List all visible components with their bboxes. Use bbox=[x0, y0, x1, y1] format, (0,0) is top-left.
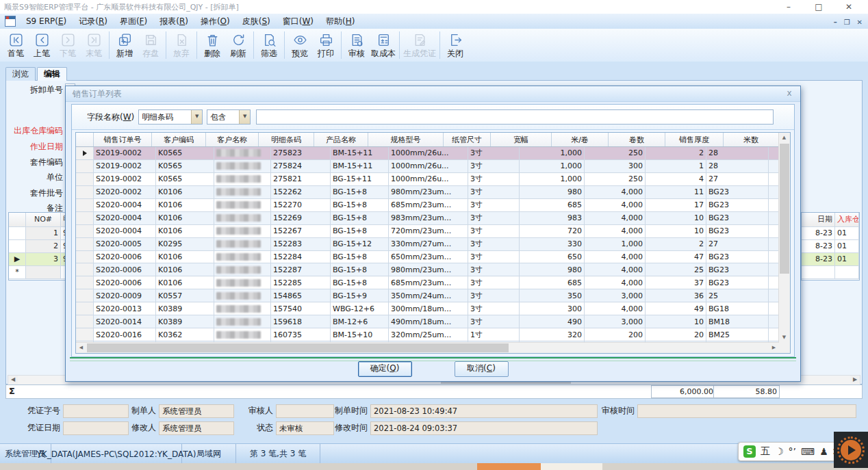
cell: 25 bbox=[706, 289, 769, 302]
cell: 4,000 bbox=[585, 276, 646, 289]
table-row[interactable]: S2019-0002K0565275824BM-15+111000mm/26u.… bbox=[76, 160, 779, 173]
column-header-selector[interactable] bbox=[76, 133, 94, 146]
toolbar-button-末笔[interactable]: 末笔 bbox=[81, 32, 107, 58]
toolbar-button-上笔[interactable]: 上笔 bbox=[29, 32, 55, 58]
menu-item-1[interactable]: S9 ERP(E) bbox=[20, 16, 73, 26]
chevron-down-icon[interactable]: ▼ bbox=[191, 110, 202, 124]
filter-query-input[interactable] bbox=[256, 109, 774, 125]
overlay-app-tile[interactable] bbox=[834, 432, 868, 468]
grid-horizontal-scrollbar[interactable]: ◀ ▶ bbox=[76, 342, 779, 353]
table-row[interactable]: S2020-0005K0295152283BG-15+12330mm/27um.… bbox=[76, 238, 779, 251]
cell: 4,000 bbox=[585, 225, 646, 237]
table-row[interactable]: S2020-0013K0389157540WBG-12+6300mm/18um.… bbox=[76, 302, 779, 315]
column-header-产品名称[interactable]: 产品名称 bbox=[314, 133, 368, 146]
table-row[interactable]: S2020-0016K0362160735BM-15+10320mm/25um.… bbox=[76, 328, 779, 341]
table-row[interactable]: S2020-0009K0557154865BG-15+9350mm/24um..… bbox=[76, 289, 779, 302]
scroll-up-icon[interactable]: ▲ bbox=[779, 133, 789, 143]
chevron-down-icon[interactable]: ▼ bbox=[239, 110, 250, 124]
skin-person-icon[interactable]: ♟ bbox=[819, 446, 828, 457]
punctuation-mode-icon[interactable]: °’ bbox=[789, 446, 796, 457]
table-row[interactable]: S2019-0002K0565275823BM-15+111000mm/26u.… bbox=[76, 147, 779, 160]
table-row[interactable]: 8-2301 bbox=[802, 253, 859, 266]
fullwidth-moon-icon[interactable]: ☽ bbox=[775, 446, 784, 457]
column-header-米数[interactable]: 米数 bbox=[724, 133, 779, 146]
menu-item-6[interactable]: 皮肤(S) bbox=[236, 16, 277, 26]
table-row[interactable]: S2020-0002K0106152262BG-15+8980mm/23um..… bbox=[76, 186, 779, 199]
column-header-客户名称[interactable]: 客户名称 bbox=[206, 133, 259, 146]
scroll-right-icon[interactable]: ▶ bbox=[850, 376, 860, 384]
grid-hscroll-thumb[interactable] bbox=[87, 343, 509, 352]
scroll-down-icon[interactable]: ▼ bbox=[779, 332, 789, 343]
wubi-mode-icon[interactable]: 五 bbox=[761, 445, 770, 458]
mdi-restore-icon[interactable]: ❐ bbox=[844, 18, 850, 26]
toolbar-button-放弃[interactable]: 放弃 bbox=[168, 32, 194, 58]
menu-item-8[interactable]: 帮助(H) bbox=[320, 16, 361, 26]
taskbar-item-orange[interactable] bbox=[477, 463, 541, 470]
table-row[interactable]: 8-2301 bbox=[802, 240, 859, 253]
column-header-销售订单号[interactable]: 销售订单号 bbox=[94, 133, 152, 146]
table-row[interactable]: 8-2301 bbox=[802, 227, 859, 240]
menu-item-3[interactable]: 界面(F) bbox=[114, 16, 153, 26]
taskbar-item-light[interactable] bbox=[541, 463, 602, 470]
toolbar-button-关闭[interactable]: 关闭 bbox=[442, 32, 468, 58]
column-header-纸管尺寸[interactable]: 纸管尺寸 bbox=[444, 133, 491, 146]
ok-button[interactable]: 确定(Q) bbox=[358, 361, 412, 377]
toolbar-button-筛选[interactable]: 筛选 bbox=[256, 32, 282, 58]
toolbar-button-生成凭证[interactable]: 生成凭证 bbox=[402, 32, 437, 58]
tab-浏览[interactable]: 浏览 bbox=[5, 67, 36, 81]
close-icon[interactable]: ✕ bbox=[834, 0, 864, 14]
field-label-凭证日期: 凭证日期 bbox=[5, 421, 60, 434]
column-header-米/卷[interactable]: 米/卷 bbox=[552, 133, 609, 146]
column-header-销售厚度[interactable]: 销售厚度 bbox=[665, 133, 724, 146]
column-header-规格型号[interactable]: 规格型号 bbox=[368, 133, 444, 146]
filter-operator-select[interactable]: 包含 ▼ bbox=[207, 109, 251, 125]
table-row[interactable]: S2020-0006K0106152284BG-15+8650mm/23um..… bbox=[76, 251, 779, 264]
cell: 3寸 bbox=[468, 147, 520, 159]
cell: 275824 bbox=[271, 160, 331, 172]
table-row[interactable]: S2020-0004K0106152270BG-15+8685mm/23um..… bbox=[76, 199, 779, 212]
menu-item-5[interactable]: 操作(O) bbox=[194, 16, 236, 26]
toolbar-button-删除[interactable]: 删除 bbox=[199, 32, 225, 58]
filter-field-select[interactable]: 明细条码 ▼ bbox=[138, 109, 203, 125]
table-row[interactable]: S2020-0006K0106152285BG-15+8685mm/23um..… bbox=[76, 276, 779, 289]
toolbar-button-首笔[interactable]: 首笔 bbox=[3, 32, 29, 58]
mdi-minimize-icon[interactable]: – bbox=[834, 18, 837, 26]
filter-field-value: 明细条码 bbox=[139, 112, 191, 122]
table-row[interactable]: S2020-0004K0106152267BG-15+8720mm/23um..… bbox=[76, 225, 779, 238]
table-row[interactable]: S2019-0002K0565275821BG-15+111000mm/26u.… bbox=[76, 173, 779, 186]
table-row[interactable]: S2020-0004K0106152269BG-15+8983mm/23um..… bbox=[76, 212, 779, 225]
scroll-right-icon[interactable]: ▶ bbox=[769, 343, 779, 352]
sogou-logo-icon[interactable]: S bbox=[743, 445, 756, 458]
mdi-close-icon[interactable]: ✕ bbox=[857, 18, 863, 26]
toolbar-button-预览[interactable]: 预览 bbox=[287, 32, 313, 58]
toolbar-button-存盘[interactable]: 存盘 bbox=[138, 32, 164, 58]
grid-vscroll-thumb[interactable] bbox=[780, 144, 789, 274]
menu-item-2[interactable]: 记录(R) bbox=[73, 16, 114, 26]
table-row[interactable] bbox=[802, 266, 859, 279]
menu-item-7[interactable]: 窗口(W) bbox=[277, 16, 320, 26]
scroll-left-icon[interactable]: ◀ bbox=[76, 343, 86, 352]
column-header-客户编码[interactable]: 客户编码 bbox=[152, 133, 206, 146]
column-header-卷数[interactable]: 卷数 bbox=[609, 133, 665, 146]
field-label: 出库仓库编码 bbox=[8, 125, 63, 137]
column-header-明细条码[interactable]: 明细条码 bbox=[259, 133, 314, 146]
menu-item-4[interactable]: 报表(R) bbox=[153, 16, 194, 26]
tab-编辑[interactable]: 编辑 bbox=[37, 67, 67, 81]
soft-keyboard-icon[interactable]: ⌨ bbox=[801, 446, 815, 457]
toolbar-button-下笔[interactable]: 下笔 bbox=[55, 32, 81, 58]
cell: 188,00 bbox=[769, 251, 779, 263]
toolbar-button-新增[interactable]: 新增 bbox=[112, 32, 138, 58]
cancel-button[interactable]: 取消(C) bbox=[455, 361, 509, 377]
grid-vertical-scrollbar[interactable]: ▲ ▼ bbox=[778, 133, 790, 343]
toolbar-button-取成本[interactable]: 取成本 bbox=[370, 32, 397, 58]
scroll-left-icon[interactable]: ◀ bbox=[8, 376, 18, 384]
toolbar-button-审核[interactable]: 审核 bbox=[344, 32, 370, 58]
toolbar-button-刷新[interactable]: 刷新 bbox=[225, 32, 251, 58]
maximize-icon[interactable]: □ bbox=[804, 0, 834, 14]
toolbar-button-打印[interactable]: 打印 bbox=[313, 32, 339, 58]
dialog-close-icon[interactable]: x bbox=[784, 88, 795, 99]
table-row[interactable]: S2020-0014K0389159618BM-12+6490mm/18um..… bbox=[76, 315, 779, 328]
table-row[interactable]: S2020-0006K0106152287BG-15+8980mm/23um..… bbox=[76, 263, 779, 276]
minimize-icon[interactable]: – bbox=[774, 0, 804, 14]
column-header-宽幅[interactable]: 宽幅 bbox=[491, 133, 552, 146]
